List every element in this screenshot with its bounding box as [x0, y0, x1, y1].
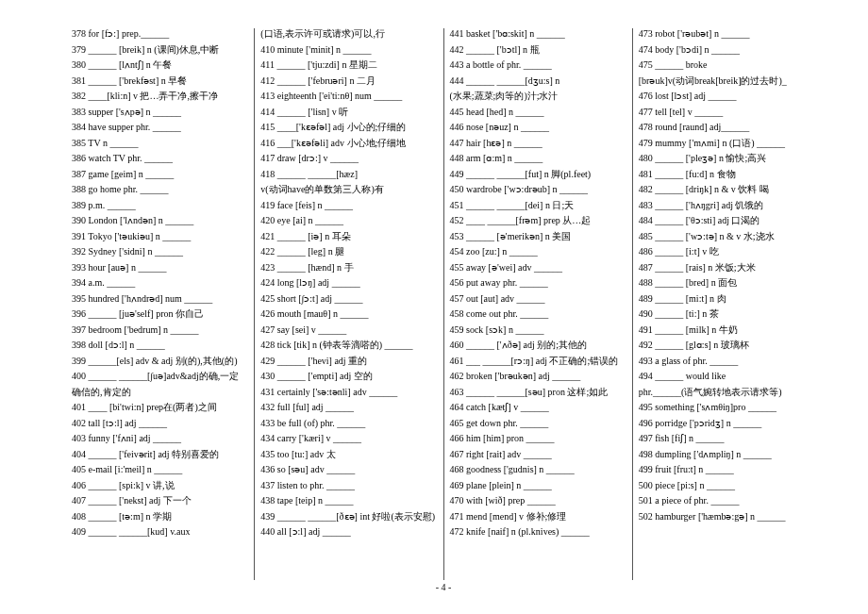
- entry-number: 446: [450, 122, 467, 132]
- entry-text: put away phr. ______: [466, 277, 548, 288]
- entry-text: tape [teip] n ______: [277, 495, 354, 506]
- vocab-entry: 469 plane [plein] n ______: [450, 480, 626, 491]
- entry-text: ______ ['lisn] v 听: [277, 107, 348, 117]
- vocab-entry: 401 ____ [bi'twi:n] prep在(两者)之间: [72, 402, 248, 413]
- vocab-entry: 398 doll [dɔ:l] n ______: [72, 340, 248, 351]
- entry-text: ______ [bred] n 面包: [655, 277, 737, 288]
- entry-number: 407: [72, 495, 89, 506]
- entry-text: long [lɔŋ] adj ______: [277, 277, 360, 288]
- entry-number: 472: [450, 526, 467, 537]
- entry-text: a glass of phr. ______: [655, 356, 738, 366]
- vocab-entry: 501 a piece of phr. ______: [639, 495, 815, 506]
- entry-number: 490: [639, 308, 656, 319]
- entry-number: 427: [260, 324, 277, 335]
- vocab-entry: 498 dumpling ['dʌmpliŋ] n ______: [639, 449, 815, 460]
- entry-text: ______ ['bɔtl] n 瓶: [466, 44, 540, 55]
- entry-text: ______ [rais] n 米饭;大米: [655, 262, 755, 273]
- entry-text: ______ ______[dei] n 日;天: [466, 200, 574, 210]
- entry-text: short [∫ɔ:t] adj ______: [277, 293, 363, 304]
- vocab-entry: 399 ______[els] adv & adj 别(的),其他(的): [72, 356, 248, 367]
- entry-text: watch TV phr. ______: [89, 153, 174, 163]
- entry-number: 435: [260, 449, 277, 459]
- entry-number: 380: [72, 59, 89, 70]
- entry-number: 436: [260, 464, 277, 474]
- entry-number: 444: [450, 75, 467, 86]
- vocab-entry: 467 right [rait] adv ______: [450, 449, 626, 460]
- vocab-entry: 475 ______ broke: [639, 59, 815, 71]
- entry-text: have supper phr. ______: [89, 122, 181, 132]
- vocab-entry: 430 ______ ['empti] adj 空的: [260, 371, 437, 382]
- vocab-entry: v(动词have的单数第三人称)有: [260, 184, 437, 195]
- vocab-entry: 414 ______ ['lisn] v 听: [260, 107, 437, 118]
- entry-text: ______ [fu:d] n 食物: [655, 169, 735, 179]
- entry-number: 464: [450, 402, 467, 412]
- entry-text: [brəuk]v(动词break[breik]的过去时)_: [639, 75, 787, 86]
- entry-number: 482: [639, 184, 656, 194]
- column-4: 473 robot ['rəubət] n ______474 body ['b…: [633, 28, 821, 580]
- entry-number: 419: [260, 200, 277, 210]
- entry-text: ______ [tə:m] n 学期: [89, 511, 173, 522]
- entry-number: 399: [72, 356, 89, 366]
- vocab-entry: 480 ______ ['pleʒə] n 愉快;高兴: [639, 153, 815, 164]
- entry-number: 441: [450, 28, 467, 39]
- entry-text: ______ ______[dʒu:s] n: [466, 75, 559, 86]
- vocab-entry: 442 ______ ['bɔtl] n 瓶: [450, 44, 626, 56]
- entry-number: 437: [260, 480, 277, 490]
- entry-number: 411: [260, 59, 276, 70]
- entry-text: ______ [glɑ:s] n 玻璃杯: [655, 340, 749, 350]
- vocab-entry: 416 ___['kɛəfəli] adv 小心地;仔细地: [260, 138, 437, 149]
- vocab-entry: 479 mummy ['mʌmi] n (口语) ______: [639, 138, 815, 149]
- vocab-entry: 385 TV n ______: [72, 138, 248, 149]
- vocab-entry: 407 ______ ['nekst] adj 下一个: [72, 495, 248, 506]
- entry-number: 409: [72, 526, 89, 537]
- vocab-entry: 378 for [fɔ:] prep.______: [72, 28, 248, 40]
- entry-number: 460: [450, 340, 467, 350]
- vocab-entry: 463 ______ ______[səu] pron 这样;如此: [450, 387, 626, 398]
- entry-number: 428: [260, 340, 277, 350]
- vocab-entry: 500 piece [pi:s] n ______: [639, 480, 815, 491]
- vocab-entry: 484 ______ ['θɔ:sti] adj 口渴的: [639, 215, 815, 226]
- entry-number: 471: [450, 511, 467, 522]
- entry-number: 394: [72, 277, 89, 288]
- entry-number: 450: [450, 184, 467, 194]
- entry-number: 426: [260, 308, 277, 319]
- entry-number: 500: [639, 480, 656, 490]
- vocab-entry: 411 ______ ['tju:zdi] n 星期二: [260, 59, 437, 71]
- vocab-entry: 490 ______ [ti:] n 茶: [639, 308, 815, 320]
- entry-text: ______ ['pleʒə] n 愉快;高兴: [655, 153, 766, 163]
- entry-text: (水果;蔬菜;肉等的)汁;水汁: [450, 91, 559, 101]
- vocab-entry: 472 knife [naif] n (pl.knives) ______: [450, 526, 626, 538]
- vocab-entry: 392 Sydney ['sidni] n ______: [72, 246, 248, 257]
- entry-number: 421: [260, 231, 277, 241]
- entry-text: hamburger ['hæmbə:gə] n ______: [655, 511, 785, 522]
- vocab-entry: 446 nose [nəuz] n ______: [450, 122, 626, 133]
- vocab-entry: 390 London ['lʌndən] n ______: [72, 215, 248, 226]
- vocab-entry: 477 tell [tel] v ______: [639, 107, 815, 118]
- entry-number: 386: [72, 153, 89, 163]
- vocab-entry: 454 zoo [zu:] n ______: [450, 246, 626, 257]
- vocab-entry: 494 ______ would like: [639, 371, 815, 382]
- vocab-entry: 423 ______ [hænd] n 手: [260, 262, 437, 274]
- vocab-entry: 402 tall [tɔ:l] adj ______: [72, 418, 248, 429]
- entry-number: 494: [639, 371, 656, 381]
- entry-text: p.m. ______: [89, 200, 136, 210]
- entry-number: 420: [260, 215, 277, 225]
- entry-number: 392: [72, 246, 89, 257]
- entry-text: draw [drɔ:] v ______: [277, 153, 359, 163]
- entry-text: all [ɔ:l] adj ______: [277, 526, 351, 537]
- entry-number: 449: [450, 169, 467, 179]
- entry-text: London ['lʌndən] n ______: [89, 215, 194, 225]
- entry-number: 488: [639, 277, 656, 288]
- entry-text: out [aut] adv ______: [466, 293, 545, 304]
- entry-number: 447: [450, 138, 467, 148]
- entry-text: minute ['minit] n ______: [277, 44, 372, 55]
- entry-text: 确信的,肯定的: [72, 387, 131, 397]
- entry-number: 400: [72, 371, 89, 381]
- entry-text: ______ ______[fut] n 脚(pl.feet): [466, 169, 591, 179]
- entry-number: 474: [639, 44, 656, 55]
- vocab-entry: 413 eighteenth ['ei'ti:nθ] num ______: [260, 91, 437, 102]
- entry-number: 417: [260, 153, 277, 163]
- entry-number: 484: [639, 215, 656, 225]
- entry-number: 470: [450, 495, 467, 506]
- vocab-entry: 384 have supper phr. ______: [72, 122, 248, 133]
